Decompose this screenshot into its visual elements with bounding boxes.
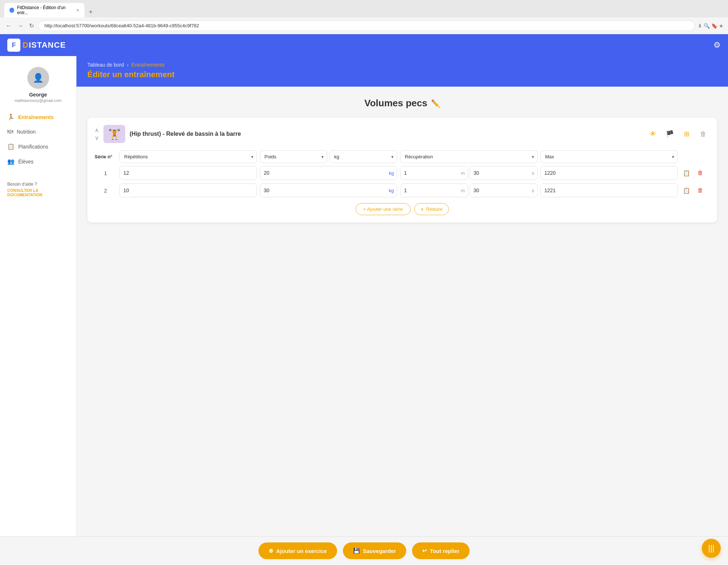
floppy-icon: 💾 [353, 548, 360, 554]
add-series-button[interactable]: + Ajouter une série [356, 203, 411, 215]
copy-row-2-button[interactable]: 📋 [681, 185, 692, 196]
back-button[interactable]: ← [4, 21, 13, 31]
preview-button[interactable]: 👁 [646, 127, 660, 141]
exercise-card: ∧ ∨ 🏋 (Hip thrust) - Relevé de bassin à … [87, 118, 717, 222]
recuperation-select[interactable]: Récupération Aucune [400, 150, 538, 163]
recup-group-1: m s [400, 166, 538, 180]
col-serie: Série n° [95, 154, 116, 159]
url-text: http://localhost:57700/workouts/68cea640… [44, 23, 199, 28]
sidebar-item-eleves[interactable]: 👥 Élèves [3, 154, 73, 169]
new-tab-button[interactable]: + [86, 7, 96, 17]
browser-controls: ← → ↻ http://localhost:57700/workouts/68… [0, 17, 728, 34]
collapse-button[interactable]: ∧ Réduire [414, 203, 449, 215]
sidebar-item-label: Nutrition [17, 129, 36, 135]
logo-text: DISTANCE [23, 40, 66, 50]
gear-icon[interactable]: ⚙ [713, 40, 721, 50]
sidebar-item-label: Entraînements [18, 114, 54, 120]
sidebar-item-label: Élèves [18, 159, 33, 165]
address-bar[interactable]: http://localhost:57700/workouts/68cea640… [38, 20, 695, 31]
recup-s-field-2[interactable] [470, 184, 529, 197]
avatar: 👤 [27, 67, 49, 89]
poids-field-2[interactable] [260, 184, 386, 197]
fab-button[interactable]: ||| [702, 539, 721, 558]
content-header: Tableau de bord › Entraînements Éditer u… [76, 56, 728, 87]
bottom-bar: ⊕ Ajouter un exercice 💾 Sauvegarder ↩ To… [0, 536, 728, 565]
reply-icon: ↩ [422, 548, 427, 554]
recup-s-suffix-2: s [529, 184, 537, 197]
poids-group-2: kg [260, 183, 397, 197]
recup-s-field-1[interactable] [470, 166, 529, 179]
main-layout: 👤 George mathiasnouzy@gmail.com 🏃 Entraî… [0, 56, 728, 565]
reps-input-1[interactable] [119, 166, 257, 180]
reps-input-2[interactable] [119, 183, 257, 197]
flag-button[interactable]: 🏴 [663, 127, 676, 141]
repetitions-select[interactable]: Répétitions Durée Distance [119, 150, 257, 163]
app-logo: F DISTANCE [7, 39, 66, 52]
delete-row-1-button[interactable]: 🗑 [695, 167, 706, 179]
sidebar-nav: 🏃 Entraînements 🍽 Nutrition 📋 Planificat… [0, 110, 76, 169]
sort-handle[interactable]: ∧ ∨ [95, 127, 99, 141]
sidebar-help: Besoin d'aide ? CONSULTER LA DOCUMENTATI… [0, 176, 76, 203]
breadcrumb-section[interactable]: Entraînements [131, 62, 165, 68]
max-field-1[interactable] [541, 166, 678, 179]
col-repetitions: Répétitions Durée Distance [119, 150, 257, 163]
forward-button[interactable]: → [16, 21, 25, 31]
help-title: Besoin d'aide ? [7, 182, 69, 187]
recup-field-2[interactable] [400, 184, 458, 197]
row-actions-2: 📋 🗑 [681, 185, 710, 196]
poids-group-1: kg [260, 166, 397, 180]
exercise-actions: 👁 🏴 ⊞ 🗑 [646, 127, 710, 141]
kg-suffix-1: kg [386, 167, 397, 179]
max-select[interactable]: Max Min [541, 150, 678, 163]
max-field-2[interactable] [541, 184, 678, 197]
sidebar-item-entrainements[interactable]: 🏃 Entraînements [3, 110, 73, 124]
user-name: George [6, 92, 70, 98]
max-input-2[interactable] [541, 183, 678, 197]
poids-field-1[interactable] [260, 166, 386, 179]
save-button[interactable]: 💾 Sauvegarder [343, 542, 406, 559]
tout-replier-button[interactable]: ↩ Tout replier [412, 542, 470, 559]
recup-m-suffix-2: m [458, 184, 468, 197]
row-actions-1: 📋 🗑 [681, 167, 710, 179]
edit-workout-title-icon[interactable]: ✏️ [431, 99, 440, 108]
col-max: Max Min [541, 150, 678, 163]
content-body: Volumes pecs ✏️ ∧ ∨ 🏋 (Hip thrust) - Rel… [76, 87, 728, 233]
reps-field-1[interactable] [120, 166, 257, 179]
user-email: mathiasnouzy@gmail.com [6, 98, 70, 103]
recup-group-2: m s [400, 183, 538, 197]
series-table-header: Série n° Répétitions Durée Distance [95, 150, 710, 163]
max-input-1[interactable] [541, 166, 678, 180]
col-poids: Poids kg lbs [260, 150, 397, 163]
delete-row-2-button[interactable]: 🗑 [695, 185, 706, 196]
browser-tab-active[interactable]: FitDistance - Édition d'un entr... × [4, 3, 84, 17]
planifications-icon: 📋 [7, 143, 15, 150]
table-row: 2 kg m [95, 183, 710, 197]
help-link[interactable]: CONSULTER LA DOCUMENTATION [7, 188, 69, 197]
recup-field-1[interactable] [400, 166, 458, 179]
breadcrumb-home[interactable]: Tableau de bord [87, 62, 124, 68]
sidebar-item-planifications[interactable]: 📋 Planifications [3, 139, 73, 154]
table-row: 1 kg m [95, 166, 710, 180]
exercise-header: ∧ ∨ 🏋 (Hip thrust) - Relevé de bassin à … [95, 125, 710, 143]
copy-row-1-button[interactable]: 📋 [681, 167, 692, 179]
delete-exercise-button[interactable]: 🗑 [697, 127, 710, 141]
series-number-2: 2 [95, 187, 116, 194]
reload-button[interactable]: ↻ [28, 21, 35, 31]
grid-button[interactable]: ⊞ [680, 127, 693, 141]
series-number-1: 1 [95, 170, 116, 176]
poids-select[interactable]: Poids [260, 150, 328, 163]
nutrition-icon: 🍽 [7, 129, 13, 135]
tab-close-btn[interactable]: × [76, 7, 79, 13]
recup-m-suffix-1: m [458, 167, 468, 179]
plus-circle-icon: ⊕ [269, 548, 273, 554]
add-exercise-button[interactable]: ⊕ Ajouter un exercice [258, 542, 337, 559]
sidebar: 👤 George mathiasnouzy@gmail.com 🏃 Entraî… [0, 56, 76, 565]
sidebar-item-nutrition[interactable]: 🍽 Nutrition [3, 125, 73, 139]
content-area: Tableau de bord › Entraînements Éditer u… [76, 56, 728, 565]
col-recuperation: Récupération Aucune [400, 150, 538, 163]
breadcrumb-arrow: › [127, 62, 128, 68]
reps-field-2[interactable] [120, 184, 257, 197]
kg-select[interactable]: kg lbs [329, 150, 397, 163]
series-actions: + Ajouter une série ∧ Réduire [95, 203, 710, 215]
chevron-up-icon: ∧ [420, 206, 424, 212]
